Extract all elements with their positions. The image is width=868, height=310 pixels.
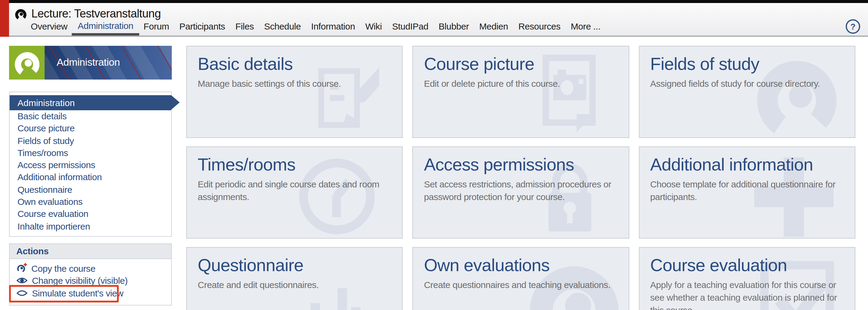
card-title-link[interactable]: Additional information (650, 155, 844, 175)
tab-forum[interactable]: Forum (144, 21, 169, 36)
page-title: Lecture: Testveranstaltung (31, 7, 161, 21)
card-title-link[interactable]: Fields of study (650, 54, 844, 74)
tab-overview[interactable]: Overview (31, 21, 67, 36)
action-label: Change visibility (visible) (32, 276, 128, 286)
eye-outline-icon (16, 289, 28, 297)
tab-blubber[interactable]: Blubber (438, 21, 469, 36)
actions-list: Copy the course Change visibility (visib… (10, 259, 171, 305)
card-description: Create and edit questionnaires. (198, 278, 392, 291)
card-course-evaluation: Course evaluation Apply for a teaching e… (639, 247, 855, 310)
card-description: Edit periodic and single course dates an… (198, 178, 392, 203)
studip-admin-page: Lecture: Testveranstaltung Overview Admi… (0, 0, 868, 310)
card-description: Apply for a teaching evaluation for this… (650, 278, 844, 310)
studip-red-flag (0, 0, 9, 37)
sidebar-item-administration[interactable]: Administration (10, 95, 171, 110)
sidebar-item-own-evaluations[interactable]: Own evaluations (10, 196, 171, 208)
card-title-link[interactable]: Times/rooms (198, 155, 392, 175)
sidebar-item-course-picture[interactable]: Course picture (10, 123, 171, 135)
change-visibility-action[interactable]: Change visibility (visible) (10, 274, 171, 287)
eye-icon (16, 277, 28, 285)
card-access-permissions: Access permissions Set access restrictio… (412, 147, 629, 239)
sidebar-item-questionnaire[interactable]: Questionnaire (10, 184, 171, 196)
card-title-link[interactable]: Course picture (424, 54, 618, 74)
page-header: Lecture: Testveranstaltung Overview Admi… (0, 3, 868, 37)
sidebar-item-access-permissions[interactable]: Access permissions (10, 159, 171, 172)
card-title-link[interactable]: Questionnaire (198, 255, 392, 275)
tab-information[interactable]: Information (311, 21, 355, 36)
sidebar-item-additional-information[interactable]: Additional information (10, 172, 171, 184)
card-basic-details: Basic details Manage basic settings of t… (186, 46, 403, 138)
sidebar-item-basic-details[interactable]: Basic details (10, 110, 171, 123)
card-description: Set access restrictions, admission proce… (424, 178, 618, 203)
copy-course-action[interactable]: Copy the course (10, 262, 171, 274)
card-title-link[interactable]: Basic details (198, 54, 392, 74)
card-title-link[interactable]: Course evaluation (650, 255, 844, 275)
studip-swirl-icon (13, 51, 41, 78)
tab-resources[interactable]: Resources (518, 21, 561, 36)
actions-panel: Actions Copy the course Change visibilit… (9, 243, 172, 305)
tab-schedule[interactable]: Schedule (264, 21, 301, 36)
tab-studipad[interactable]: StudIPad (392, 21, 428, 36)
card-additional-information: Additional information Choose template f… (639, 147, 855, 239)
card-course-picture: Course picture Edit or delete picture of… (412, 46, 629, 138)
copy-course-icon (16, 263, 27, 274)
card-description: Assigned fields of study for course dire… (650, 77, 844, 90)
sidebar-nav: Administration Basic details Course pict… (9, 92, 172, 237)
sidebar-banner-logo-box (9, 46, 44, 80)
card-description: Create questionnaires and teaching evalu… (424, 278, 618, 291)
actions-title: Actions (10, 244, 171, 259)
card-own-evaluations: Own evaluations Create questionnaires an… (412, 247, 629, 310)
admin-card-grid: Basic details Manage basic settings of t… (186, 46, 855, 310)
tab-medien[interactable]: Medien (479, 21, 508, 36)
sidebar-item-inhalte-importieren[interactable]: Inhalte importieren (10, 220, 171, 232)
help-icon[interactable]: ? (846, 19, 860, 34)
action-label: Copy the course (31, 263, 95, 274)
card-description: Edit or delete picture of this course. (424, 77, 618, 90)
course-tab-bar: Overview Administration Forum Participan… (31, 21, 600, 36)
tab-participants[interactable]: Participants (179, 21, 225, 36)
card-times-rooms: Times/rooms Edit periodic and single cou… (186, 147, 403, 239)
tab-wiki[interactable]: Wiki (365, 21, 382, 36)
tab-files[interactable]: Files (236, 21, 254, 36)
sidebar-banner-title: Administration (44, 46, 172, 80)
sidebar-item-course-evaluation[interactable]: Course evaluation (10, 208, 171, 220)
sidebar-banner: Administration (9, 46, 172, 80)
card-description: Manage basic settings of this course. (198, 77, 392, 90)
tab-administration[interactable]: Administration (72, 21, 140, 36)
sidebar-item-times-rooms[interactable]: Times/rooms (10, 147, 171, 159)
card-title-link[interactable]: Own evaluations (424, 255, 618, 275)
card-questionnaire: Questionnaire Create and edit questionna… (186, 247, 403, 310)
sidebar-item-fields-of-study[interactable]: Fields of study (10, 135, 171, 147)
action-label: Simulate student's view (32, 288, 123, 298)
card-description: Choose template for additional questionn… (650, 178, 844, 203)
simulate-student-view-action[interactable]: Simulate student's view (10, 287, 171, 299)
studip-logo-icon (14, 8, 27, 21)
tab-more[interactable]: More ... (571, 21, 601, 36)
card-fields-of-study: Fields of study Assigned fields of study… (639, 46, 855, 138)
card-title-link[interactable]: Access permissions (424, 155, 618, 175)
window-top-strip (0, 0, 868, 3)
